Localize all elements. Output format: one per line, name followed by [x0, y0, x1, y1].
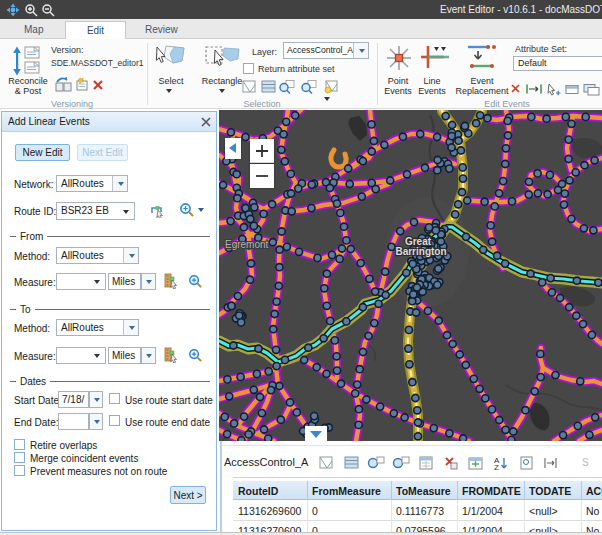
svg-text:Barrington: Barrington: [395, 246, 446, 257]
svg-text:Egremont: Egremont: [225, 239, 269, 250]
svg-text:Z: Z: [494, 463, 499, 472]
